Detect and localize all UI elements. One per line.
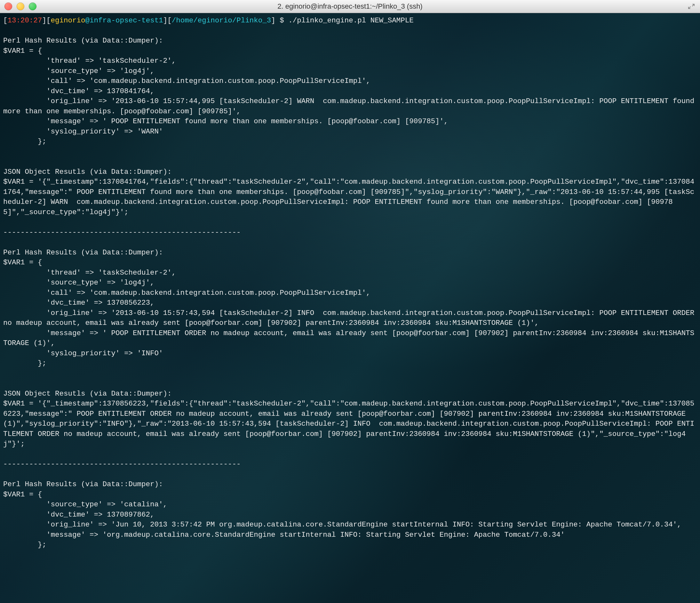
prompt-suffix: ] $ — [271, 16, 288, 25]
command-text: ./plinko_engine.pl NEW_SAMPLE — [288, 16, 414, 25]
terminal-output: Perl Hash Results (via Data::Dumper): $V… — [3, 37, 699, 549]
prompt-time: 13:20:27 — [8, 16, 42, 25]
fullscreen-icon[interactable] — [687, 3, 696, 10]
window-titlebar: 2. eginorio@infra-opsec-test1:~/Plinko_3… — [0, 0, 700, 13]
prompt-bracket: [ — [3, 16, 8, 25]
minimize-icon[interactable] — [17, 3, 24, 10]
zoom-icon[interactable] — [29, 3, 36, 10]
prompt-at: @ — [85, 16, 90, 25]
prompt-user: eginorio — [51, 16, 85, 25]
window-title: 2. eginorio@infra-opsec-test1:~/Plinko_3… — [277, 2, 422, 10]
prompt-host: infra-opsec-test1 — [90, 16, 163, 25]
window-controls — [0, 3, 36, 10]
prompt-path: /home/eginorio/Plinko_3 — [172, 16, 271, 25]
terminal-viewport[interactable]: [13:20:27][eginorio@infra-opsec-test1][/… — [0, 13, 700, 603]
prompt-bracket: ][ — [163, 16, 172, 25]
terminal-content: [13:20:27][eginorio@infra-opsec-test1][/… — [0, 13, 700, 553]
close-icon[interactable] — [4, 3, 12, 10]
prompt-bracket: ][ — [42, 16, 51, 25]
